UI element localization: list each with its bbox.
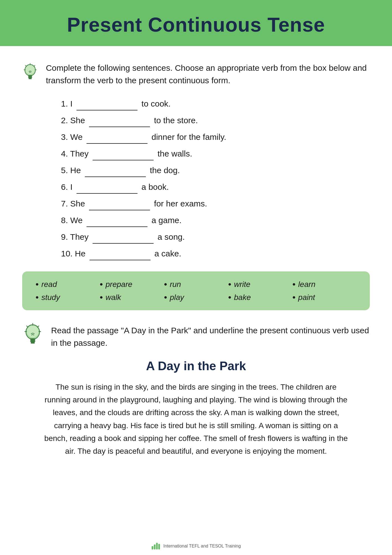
section2-instruction-text: Read the passage "A Day in the Park" and… [51, 322, 370, 349]
verb-item-write: write [228, 279, 292, 289]
svg-line-13 [37, 326, 39, 327]
passage-text: The sun is rising in the sky, and the bi… [44, 381, 348, 458]
sentence-blank-4 [93, 147, 154, 160]
passage-title: A Day in the Park [22, 359, 370, 373]
sentence-item: 4. They the walls. [61, 147, 370, 160]
sentence-blank-6 [77, 180, 138, 194]
svg-rect-19 [31, 342, 35, 344]
verb-item-paint: paint [292, 292, 357, 302]
bulb-icon-2 [22, 322, 43, 347]
sentence-item: 2. She to the store. [61, 113, 370, 127]
verb-item-learn: learn [292, 279, 357, 289]
sentence-blank-5 [85, 163, 146, 177]
section2-instruction-block: Read the passage "A Day in the Park" and… [22, 322, 370, 349]
section1-instruction-block: Complete the following sentences. Choose… [22, 60, 370, 87]
footer-logo-icon [151, 542, 161, 550]
sentence-item: 5. He the dog. [61, 163, 370, 177]
svg-rect-7 [28, 75, 32, 77]
svg-rect-20 [152, 546, 153, 549]
sentence-blank-10 [90, 246, 151, 260]
sentence-item: 8. We a game. [61, 213, 370, 227]
main-content: Complete the following sentences. Choose… [0, 46, 392, 539]
sentence-item: 1. I to cook. [61, 97, 370, 110]
svg-line-14 [27, 326, 28, 327]
footer: International TEFL and TESOL Training [0, 539, 392, 555]
sentence-blank-8 [86, 213, 147, 227]
svg-rect-23 [158, 544, 160, 549]
sentence-item: 10. He a cake. [61, 246, 370, 260]
section1-instruction-text: Complete the following sentences. Choose… [46, 60, 370, 87]
verb-item-read: read [35, 279, 100, 289]
sentence-item: 7. She for her exams. [61, 196, 370, 210]
page-title: Present Continuous Tense [17, 13, 375, 36]
sentence-list: 1. I to cook.2. She to the store.3. We d… [22, 97, 370, 260]
svg-rect-21 [154, 544, 156, 549]
verb-item-study: study [35, 292, 100, 302]
sentence-blank-2 [89, 113, 150, 127]
svg-rect-22 [156, 543, 158, 549]
verb-item-prepare: prepare [100, 279, 164, 289]
svg-rect-17 [30, 338, 35, 340]
svg-point-1 [26, 65, 35, 74]
verb-item-bake: bake [228, 292, 292, 302]
svg-rect-8 [28, 77, 32, 78]
verb-item-run: run [164, 279, 228, 289]
verb-item-walk: walk [100, 292, 164, 302]
header: Present Continuous Tense [0, 0, 392, 46]
page: Present Continuous Tense [0, 0, 392, 555]
verb-item-play: play [164, 292, 228, 302]
sentence-blank-9 [93, 230, 154, 244]
svg-rect-9 [29, 78, 32, 79]
verb-box: readpreparerunwritelearnstudywalkplaybak… [22, 271, 370, 310]
sentence-blank-7 [89, 196, 150, 210]
sentence-blank-3 [86, 130, 147, 144]
svg-line-4 [25, 65, 26, 66]
sentence-blank-1 [77, 97, 138, 110]
svg-rect-18 [30, 340, 35, 342]
footer-text: International TEFL and TESOL Training [163, 544, 241, 549]
bulb-icon-1 [22, 60, 38, 85]
sentence-item: 3. We dinner for the family. [61, 130, 370, 144]
sentence-item: 9. They a song. [61, 230, 370, 244]
sentence-item: 6. I a book. [61, 180, 370, 194]
svg-line-3 [34, 65, 35, 66]
svg-point-11 [27, 326, 39, 337]
